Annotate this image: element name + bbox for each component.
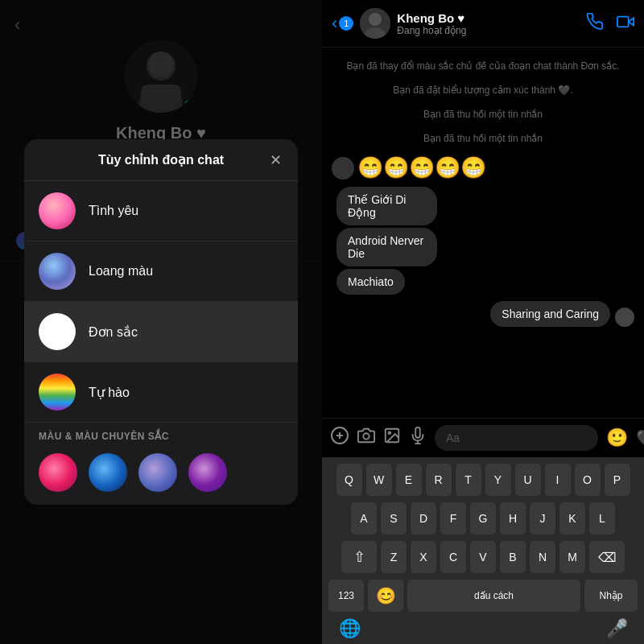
messages-area: Bạn đã thay đổi màu sắc chủ đề của đoạn … <box>322 47 644 418</box>
phone-icon[interactable] <box>586 13 604 35</box>
bubble-right: Sharing and Caring <box>490 301 610 327</box>
key-w[interactable]: W <box>366 464 392 496</box>
don-sac-label: Đơn sắc <box>89 324 138 340</box>
theme-don-sac[interactable]: Đơn sắc <box>24 302 298 362</box>
tu-hao-icon <box>39 374 76 411</box>
key-q[interactable]: Q <box>336 464 362 496</box>
bubble-2: Android Nerver Die <box>336 228 437 266</box>
key-shift[interactable]: ⇧ <box>341 541 377 573</box>
colors-section-title: MÀU & MÀU CHUYÊN SẮC <box>24 423 298 447</box>
customize-modal: Tùy chỉnh đoạn chat ✕ Tình yêu Loang màu… <box>24 139 298 505</box>
keyboard-row-3: ⇧ Z X C V B N M ⌫ <box>325 541 641 573</box>
color-purple-blue[interactable] <box>138 453 177 492</box>
emoji-content: 😁😁😁😁😁 <box>357 155 486 180</box>
key-i[interactable]: I <box>545 464 571 496</box>
heart-icon[interactable]: 🖤 <box>636 428 644 448</box>
tu-hao-label: Tự hào <box>89 385 130 400</box>
key-n[interactable]: N <box>530 541 555 573</box>
key-p[interactable]: P <box>605 464 630 496</box>
theme-tu-hao[interactable]: Tự hào <box>24 362 298 423</box>
system-msg-3: Bạn đã thu hồi một tin nhắn <box>332 104 634 125</box>
key-v[interactable]: V <box>470 541 496 573</box>
key-t[interactable]: T <box>456 464 481 496</box>
key-backspace[interactable]: ⌫ <box>589 541 625 573</box>
svg-point-15 <box>388 431 390 434</box>
loang-mau-label: Loang màu <box>89 264 153 279</box>
key-h[interactable]: H <box>500 502 526 535</box>
key-y[interactable]: Y <box>485 464 511 496</box>
mic-icon[interactable] <box>409 427 427 449</box>
key-c[interactable]: C <box>440 541 466 573</box>
key-z[interactable]: Z <box>381 541 407 573</box>
right-bubble-row: Sharing and Caring <box>332 301 634 327</box>
input-bar: 🙂 🖤 <box>322 418 644 457</box>
camera-icon[interactable] <box>357 427 375 449</box>
bubble-group: Thế Giới Di Động Android Nerver Die Mach… <box>336 187 455 295</box>
bubble-group-row: Thế Giới Di Động Android Nerver Die Mach… <box>332 187 634 295</box>
video-icon[interactable] <box>617 13 634 35</box>
color-pink[interactable] <box>39 453 77 492</box>
key-x[interactable]: X <box>411 541 436 573</box>
don-sac-icon <box>39 313 76 350</box>
key-r[interactable]: R <box>426 464 452 496</box>
key-s[interactable]: S <box>381 502 407 535</box>
key-u[interactable]: U <box>515 464 541 496</box>
key-f[interactable]: F <box>440 502 466 535</box>
key-space[interactable]: dấu cách <box>407 580 580 612</box>
message-input[interactable] <box>435 425 598 451</box>
system-msg-1: Bạn đã thay đổi màu sắc chủ đề của đoạn … <box>332 56 634 76</box>
key-d[interactable]: D <box>411 502 436 535</box>
photo-icon[interactable] <box>383 427 401 449</box>
key-num[interactable]: 123 <box>328 580 364 612</box>
key-l[interactable]: L <box>589 502 615 535</box>
bubble-1: Thế Giới Di Động <box>336 187 437 225</box>
theme-tinh-yeu[interactable]: Tình yêu <box>24 181 298 242</box>
chat-name: Kheng Bo ♥ <box>397 11 580 25</box>
key-e[interactable]: E <box>396 464 422 496</box>
key-j[interactable]: J <box>530 502 555 535</box>
bubble-3: Machiato <box>336 269 405 295</box>
keyboard-row-1: Q W E R T Y U I O P <box>325 464 641 496</box>
svg-rect-9 <box>617 16 629 27</box>
chat-badge: 1 <box>339 16 353 31</box>
chat-back-button[interactable]: ‹ <box>332 13 337 34</box>
kb-mic-icon[interactable]: 🎤 <box>599 618 634 639</box>
tinh-yeu-label: Tình yêu <box>89 204 138 218</box>
svg-point-13 <box>363 433 369 439</box>
modal-close-button[interactable]: ✕ <box>264 149 287 171</box>
key-k[interactable]: K <box>559 502 585 535</box>
color-purple[interactable] <box>188 453 227 492</box>
color-grid <box>24 447 298 505</box>
key-emoji[interactable]: 😊 <box>368 580 403 612</box>
globe-icon[interactable]: 🌐 <box>332 618 367 639</box>
modal-overlay: Tùy chỉnh đoạn chat ✕ Tình yêu Loang màu… <box>0 0 322 644</box>
left-panel: ‹ Kheng Bo ♥ Trang cá nhân Tắt thông báo <box>0 0 322 644</box>
system-msg-4: Bạn đã thu hồi một tin nhắn <box>332 128 634 149</box>
color-blue[interactable] <box>89 453 127 492</box>
right-panel: ‹ 1 Kheng Bo ♥ Đang hoạt động Bạn đã tha… <box>322 0 644 644</box>
loang-mau-icon <box>39 253 76 290</box>
svg-marker-8 <box>629 18 634 25</box>
sender-avatar-emoji <box>332 157 354 180</box>
tinh-yeu-icon <box>39 192 76 229</box>
modal-header: Tùy chỉnh đoạn chat ✕ <box>24 139 298 181</box>
chat-header: ‹ 1 Kheng Bo ♥ Đang hoạt động <box>322 0 644 47</box>
chat-header-actions <box>586 13 634 35</box>
key-m[interactable]: M <box>559 541 585 573</box>
key-o[interactable]: O <box>575 464 601 496</box>
system-msg-2: Bạn đã đặt biểu tượng cảm xúc thành 🖤. <box>332 80 634 101</box>
keyboard-row-2: A S D F G H J K L <box>325 502 641 535</box>
plus-icon[interactable] <box>330 426 349 450</box>
emoji-message: 😁😁😁😁😁 <box>332 152 634 184</box>
emoji-icon[interactable]: 🙂 <box>606 427 628 448</box>
key-a[interactable]: A <box>351 502 377 535</box>
sender-avatar-right <box>615 308 634 327</box>
key-b[interactable]: B <box>500 541 526 573</box>
keyboard: Q W E R T Y U I O P A S D F G H J K L ⇧ … <box>322 457 644 644</box>
svg-point-6 <box>369 13 382 26</box>
key-enter[interactable]: Nhập <box>584 580 638 612</box>
theme-loang-mau[interactable]: Loang màu <box>24 242 298 302</box>
chat-info: Kheng Bo ♥ Đang hoạt động <box>397 11 580 36</box>
modal-title: Tùy chỉnh đoạn chat <box>98 152 224 167</box>
key-g[interactable]: G <box>470 502 496 535</box>
